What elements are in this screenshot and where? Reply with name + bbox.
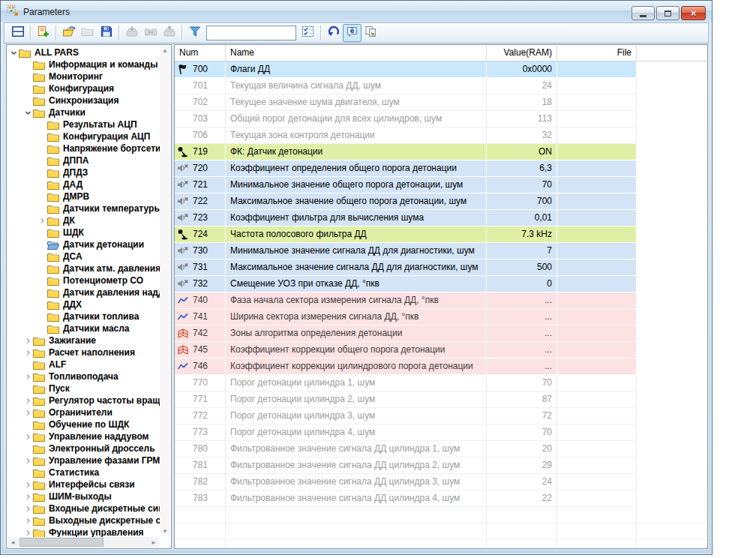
- tree-item[interactable]: ДАД: [7, 178, 160, 190]
- tree-item[interactable]: Функции управления: [7, 526, 160, 537]
- checklist-button[interactable]: [298, 24, 317, 42]
- chevron-right-icon[interactable]: [22, 395, 33, 406]
- tree-item[interactable]: Входные дискретные сигналы: [7, 502, 160, 514]
- save-button[interactable]: [97, 24, 116, 42]
- table-row[interactable]: 746Коэффициент коррекции цилиндрового по…: [175, 358, 707, 375]
- chevron-right-icon[interactable]: [22, 515, 33, 526]
- table-row[interactable]: 771Порог детонации цилиндра 2, шум87: [175, 392, 707, 408]
- tree-item[interactable]: Конфигурация: [7, 82, 160, 94]
- tree-item[interactable]: Датчик детонации: [7, 238, 160, 250]
- table-row[interactable]: 720Коэффициент определения общего порога…: [175, 160, 707, 177]
- open-file-button[interactable]: [59, 24, 78, 42]
- chevron-down-icon[interactable]: [8, 47, 19, 58]
- table-row[interactable]: 773Порог детонации цилиндра 4, шум70: [175, 424, 707, 441]
- table-row[interactable]: 719ФК: Датчик детонацииON: [175, 144, 707, 160]
- table-row[interactable]: 780Фильтрованное значение сигнала ДД цил…: [175, 441, 707, 458]
- minimize-button[interactable]: [632, 6, 655, 20]
- table-row[interactable]: 742Зоны алгоритма определения детонации.…: [175, 326, 707, 342]
- tree-item[interactable]: ДСА: [7, 250, 160, 262]
- chevron-right-icon[interactable]: [22, 347, 33, 358]
- table-row[interactable]: 740Фаза начала сектора измерения сигнала…: [175, 292, 707, 309]
- table-row[interactable]: 772Порог детонации цилиндра 3, шум72: [175, 408, 707, 424]
- undo-button[interactable]: [324, 24, 343, 42]
- tree-item[interactable]: Расчет наполнения: [7, 346, 160, 358]
- tree-item[interactable]: ШИМ-выходы: [7, 490, 160, 502]
- tree-item[interactable]: Датчик давления наддува: [7, 286, 160, 298]
- table-row[interactable]: 770Порог детонации цилиндра 1, шум70: [175, 375, 707, 392]
- tree-item[interactable]: Датчики масла: [7, 322, 160, 334]
- tree-item[interactable]: Датчик атм. давления: [7, 262, 160, 274]
- table-row[interactable]: 731Максимальное значение сигнала ДД для …: [175, 260, 707, 276]
- close-button[interactable]: ×: [681, 6, 706, 20]
- tree-item[interactable]: ДК: [7, 214, 160, 226]
- chevron-right-icon[interactable]: [22, 479, 33, 490]
- scroll-left-icon[interactable]: ◄: [8, 537, 18, 548]
- tree-item[interactable]: Мониторинг: [7, 70, 160, 82]
- table-row[interactable]: 730Минимальное значение сигнала ДД для д…: [175, 243, 707, 260]
- tree-item[interactable]: Регулятор частоты вращения: [7, 394, 160, 406]
- tree-item[interactable]: Конфигурация АЦП: [7, 130, 160, 142]
- table-row[interactable]: 701Текущая величина сигнала ДД, шум24: [175, 78, 707, 94]
- table-row[interactable]: 724Частота полосового фильтра ДД7.3 kHz: [175, 226, 707, 243]
- split-view-button[interactable]: [8, 24, 27, 42]
- scroll-down-icon[interactable]: ▼: [160, 526, 170, 536]
- tree-item[interactable]: Выходные дискретные сигналы: [7, 514, 160, 526]
- column-header-name[interactable]: Name: [226, 45, 487, 61]
- tree-item[interactable]: Синхронизация: [7, 94, 160, 106]
- tree-item[interactable]: ДПДЗ: [7, 166, 160, 178]
- tree-item[interactable]: Пуск: [7, 382, 160, 394]
- tree-item[interactable]: Статистика: [7, 466, 160, 478]
- tree-item[interactable]: Потенциометр СО: [7, 274, 160, 286]
- scroll-up-icon[interactable]: ▲: [160, 46, 170, 56]
- table-row[interactable]: 732Смещение УОЗ при отказе ДД, °пкв0: [175, 276, 707, 292]
- tree-item[interactable]: ШДК: [7, 226, 160, 238]
- chevron-right-icon[interactable]: [22, 527, 33, 537]
- tree-item[interactable]: Информация и команды: [7, 58, 160, 70]
- chevron-right-icon[interactable]: [22, 491, 33, 502]
- filter-button[interactable]: [185, 24, 204, 42]
- table-row[interactable]: 782Фильтрованное значение сигнала ДД цил…: [175, 474, 707, 490]
- tree-item[interactable]: Топливоподача: [7, 370, 160, 382]
- tree-item[interactable]: ALF: [7, 358, 160, 370]
- filter-input[interactable]: [206, 26, 296, 40]
- column-header-num[interactable]: Num: [175, 45, 226, 61]
- tree-item[interactable]: Управление наддувом: [7, 430, 160, 442]
- tree-item[interactable]: Электронный дроссель: [7, 442, 160, 454]
- table-row[interactable]: 700Флаги ДД0x0000: [175, 62, 707, 78]
- table-row[interactable]: 721Минимальное значение общего порога де…: [175, 177, 707, 194]
- scrollbar-thumb[interactable]: [20, 538, 104, 547]
- tree-item[interactable]: Управление фазами ГРМ: [7, 454, 160, 466]
- table-row[interactable]: 745Коэффициент коррекции общего порога д…: [175, 342, 707, 358]
- table-row[interactable]: 706Текущая зона контроля детонации32: [175, 128, 707, 144]
- table-row[interactable]: 741Ширина сектора измерения сигнала ДД, …: [175, 309, 707, 326]
- tree-item[interactable]: ALL PARS: [7, 46, 160, 58]
- tree-item[interactable]: ДМРВ: [7, 190, 160, 202]
- table-row[interactable]: 723Коэффициент фильтра для вычисления шу…: [175, 210, 707, 226]
- chevron-right-icon[interactable]: [22, 407, 33, 418]
- tree-item[interactable]: Интерфейсы связи: [7, 478, 160, 490]
- table-row[interactable]: 722Максимальное значение общего порога д…: [175, 194, 707, 210]
- chevron-right-icon[interactable]: [22, 455, 33, 466]
- column-header-value[interactable]: Value(RAM): [487, 45, 557, 61]
- tree-item[interactable]: Результаты АЦП: [7, 118, 160, 130]
- tree-item[interactable]: ДДХ: [7, 298, 160, 310]
- table-row[interactable]: 781Фильтрованное значение сигнала ДД цил…: [175, 458, 707, 474]
- chevron-right-icon[interactable]: [22, 371, 33, 382]
- add-parameter-button[interactable]: [34, 24, 52, 42]
- tree-item[interactable]: Обучение по ШДК: [7, 418, 160, 430]
- copy-button[interactable]: [362, 24, 380, 42]
- maximize-button[interactable]: [656, 6, 680, 20]
- tree-item[interactable]: Напряжение бортсети: [7, 142, 160, 154]
- chevron-right-icon[interactable]: [22, 431, 33, 442]
- chevron-down-icon[interactable]: [22, 107, 33, 118]
- tree-item[interactable]: Ограничители: [7, 406, 160, 418]
- yo-letter-button[interactable]: ё: [343, 24, 362, 42]
- table-row[interactable]: 783Фильтрованное значение сигнала ДД цил…: [175, 490, 707, 507]
- chevron-right-icon[interactable]: [37, 215, 47, 226]
- chevron-right-icon[interactable]: [22, 503, 33, 514]
- tree-item[interactable]: Зажигание: [7, 334, 160, 346]
- tree-item[interactable]: Датчики топлива: [7, 310, 160, 322]
- table-row[interactable]: 703Общий порог детонации для всех цилинд…: [175, 111, 707, 128]
- column-header-file[interactable]: File: [557, 45, 637, 61]
- scroll-right-icon[interactable]: ►: [148, 537, 159, 548]
